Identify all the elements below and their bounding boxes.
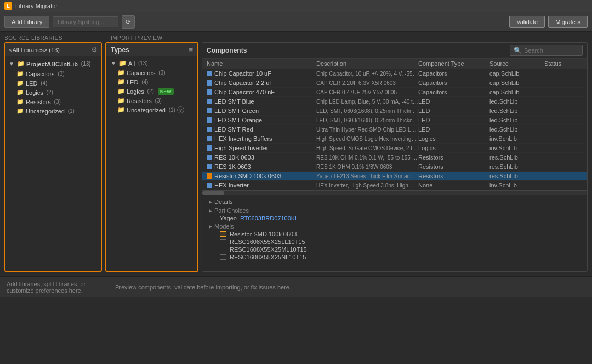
source-item-capacitors[interactable]: 📁 Capacitors (3) xyxy=(7,69,100,78)
table-row[interactable]: LED SMT Green LED, SMT, 0603(1608), 0.25… xyxy=(202,106,587,116)
col-source: Source xyxy=(489,60,544,67)
col-status: Status xyxy=(544,60,583,67)
comp-type: Capacitors xyxy=(418,70,489,77)
filter-icon[interactable]: ≡ xyxy=(189,46,193,54)
comp-name: High-Speed Inverter xyxy=(214,145,268,151)
search-input[interactable] xyxy=(524,47,579,54)
comp-type: LED xyxy=(418,107,489,114)
table-row[interactable]: High-Speed Inverter High-Speed, Si-Gate … xyxy=(202,144,587,153)
type-item-capacitors[interactable]: 📁 Capacitors (3) xyxy=(107,68,196,77)
add-library-button[interactable]: Add Library xyxy=(4,16,49,28)
help-icon[interactable]: ? xyxy=(177,106,184,113)
type-led-label: LED xyxy=(127,79,138,86)
horizontal-scrollbar[interactable] xyxy=(202,190,587,195)
source-item-led[interactable]: 📁 LED (4) xyxy=(7,78,100,88)
comp-desc: Ultra Thin Hyper Red SMD Chip LED Lamp, … xyxy=(316,127,418,133)
type-res-icon: 📁 xyxy=(117,97,125,104)
import-label: IMPORT PREVIEW xyxy=(111,35,588,41)
all-label: All xyxy=(128,60,135,67)
comp-source: res.SchLib xyxy=(489,173,544,179)
table-row[interactable]: RES 1K 0603 RES 1K OHM 0.1% 1/8W 0603 Re… xyxy=(202,162,587,172)
source-tree-root[interactable]: ▼ 📁 ProjectABC.IntLib (13) xyxy=(7,59,100,69)
table-row[interactable]: HEX Inverting Buffers High Speed CMOS Lo… xyxy=(202,134,587,144)
type-item-led[interactable]: 📁 LED (4) xyxy=(107,77,196,87)
comp-row-icon xyxy=(207,89,212,95)
comp-row-icon xyxy=(207,155,212,160)
type-item-all[interactable]: ▼ 📁 All (13) xyxy=(107,59,196,68)
comp-source: cap.SchLib xyxy=(489,89,544,95)
content-area: <All Libraries> (13) ⚙ ▼ 📁 ProjectABC.In… xyxy=(0,42,592,276)
comp-source: cap.SchLib xyxy=(489,70,544,77)
source-item-logics[interactable]: 📁 Logics (2) xyxy=(7,88,100,97)
comp-type: LED xyxy=(418,117,489,123)
root-folder-icon: 📁 xyxy=(17,60,25,67)
model-icon-gray xyxy=(220,247,226,252)
components-header: Components 🔍 xyxy=(202,43,587,59)
source-item-uncategorized[interactable]: 📁 Uncategorized (1) xyxy=(7,106,100,116)
app-icon: L xyxy=(4,2,12,10)
models-title: Models xyxy=(209,223,580,230)
comp-desc: Chip Capacitor, 10 uF, +/- 20%, 4 V, -55… xyxy=(316,71,418,77)
table-row[interactable]: Chip Capacitor 10 uF Chip Capacitor, 10 … xyxy=(202,69,587,78)
search-icon: 🔍 xyxy=(514,47,522,54)
resistors-label: Resistors xyxy=(26,99,51,105)
type-logics-label: Logics xyxy=(127,88,144,95)
type-led-icon: 📁 xyxy=(117,78,125,86)
model-name: Resistor SMD 100k 0603 xyxy=(230,231,297,237)
uncategorized-count: (1) xyxy=(66,108,75,114)
part-choices-title: Part Choices xyxy=(209,207,580,214)
all-triangle: ▼ xyxy=(111,60,116,66)
tree-triangle: ▼ xyxy=(9,61,14,67)
splitting-input[interactable] xyxy=(53,16,118,27)
comp-row-icon xyxy=(207,164,212,169)
comp-name: RES 1K 0603 xyxy=(214,163,251,170)
table-row[interactable]: HEX Inverter HEX Inverter, High Speed 3.… xyxy=(202,181,587,190)
resistors-folder-icon: 📁 xyxy=(16,98,24,105)
table-row[interactable]: Resistor SMD 100k 0603 Yageo TF213 Serie… xyxy=(202,172,587,181)
comp-row-icon xyxy=(207,117,212,123)
model-name: RESC1608X55X25ML10T15 xyxy=(230,246,307,253)
table-row[interactable]: RES 10K 0603 RES 10K OHM 0.1% 0.1 W, -55… xyxy=(202,153,587,162)
comp-name: HEX Inverter xyxy=(214,182,249,189)
table-row[interactable]: Chip Capacitor 470 nF CAP CER 0.47UF 25V… xyxy=(202,88,587,97)
source-item-resistors[interactable]: 📁 Resistors (3) xyxy=(7,97,100,106)
part-number: RT0603BRD07100KL xyxy=(240,215,298,221)
types-panel-header: Types ≡ xyxy=(106,43,197,56)
validate-button[interactable]: Validate xyxy=(509,16,545,28)
logics-folder-icon: 📁 xyxy=(16,89,24,96)
model-item: RESC1608X55X25NL10T15 xyxy=(209,254,580,260)
migrate-button[interactable]: Migrate » xyxy=(548,16,588,28)
table-row[interactable]: Chip Capacitor 2.2 uF CAP CER 2.2UF 6.3V… xyxy=(202,78,587,88)
capacitors-label: Capacitors xyxy=(26,71,55,77)
comp-desc: High Speed CMOS Logic Hex Inverting Buff… xyxy=(316,136,418,142)
comp-type: Logics xyxy=(418,145,489,151)
model-name: RESC1608X55X25LL10T15 xyxy=(230,238,305,245)
refresh-button[interactable]: ⟳ xyxy=(122,15,135,29)
table-row[interactable]: LED SMT Blue Chip LED Lamp, Blue, 5 V, 3… xyxy=(202,97,587,106)
comp-type: Capacitors xyxy=(418,89,489,95)
comp-name: RES 10K 0603 xyxy=(214,154,254,161)
comp-type: Capacitors xyxy=(418,79,489,86)
comp-source: cap.SchLib xyxy=(489,79,544,86)
type-item-resistors[interactable]: 📁 Resistors (3) xyxy=(107,96,196,105)
comp-source: inv.SchLib xyxy=(489,135,544,142)
table-row[interactable]: LED SMT Orange LED, SMT, 0603(1608), 0.2… xyxy=(202,116,587,125)
type-uncat-icon: 📁 xyxy=(117,106,125,113)
type-item-logics[interactable]: 📁 Logics (2) NEW xyxy=(107,87,196,96)
components-title: Components xyxy=(207,47,247,54)
status-left: Add libraries, split libraries, or custo… xyxy=(7,281,104,294)
logics-label: Logics xyxy=(26,89,43,96)
comp-type: Resistors xyxy=(418,154,489,161)
vendor-name: Yageo xyxy=(220,215,237,221)
all-folder-icon: 📁 xyxy=(119,60,127,67)
gear-icon[interactable]: ⚙ xyxy=(91,46,98,54)
comp-name: HEX Inverting Buffers xyxy=(214,135,272,142)
comp-desc: CAP CER 0.47UF 25V Y5V 0805 xyxy=(316,89,418,95)
comp-desc: Yageo TF213 Series Thick Film Surface Mo… xyxy=(316,173,418,179)
type-item-uncategorized[interactable]: 📁 Uncategorized (1) ? xyxy=(107,105,196,115)
table-row[interactable]: LED SMT Red Ultra Thin Hyper Red SMD Chi… xyxy=(202,125,587,134)
comp-desc: LED, SMT, 0603(1608), 0.25mm Thickness, … xyxy=(316,108,418,114)
status-bar: Add libraries, split libraries, or custo… xyxy=(0,276,592,297)
comp-name: Chip Capacitor 470 nF xyxy=(214,89,275,95)
comp-desc: HEX Inverter, High Speed 3.8ns, High Noi… xyxy=(316,183,418,189)
